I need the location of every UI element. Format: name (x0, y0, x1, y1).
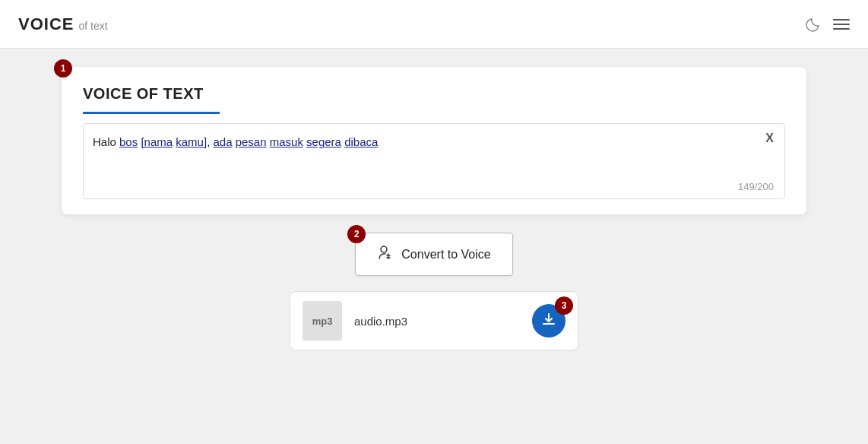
clear-button[interactable]: X (765, 132, 774, 145)
convert-btn-wrapper: 2 Convert to Voice (355, 233, 512, 276)
textarea-text: Halo bos [nama kamu], ada pesan masuk se… (93, 133, 754, 151)
word-pesan: pesan (236, 135, 267, 148)
convert-to-voice-button[interactable]: Convert to Voice (355, 233, 512, 276)
card-title: VOICE OF TEXT (83, 85, 785, 103)
word-kamu: kamu] (176, 135, 207, 148)
audio-filename: audio.mp3 (354, 315, 520, 328)
main-content: 1 VOICE OF TEXT Halo bos [nama kamu], ad… (0, 49, 868, 444)
topbar-right (806, 17, 850, 32)
mp3-format-badge: mp3 (303, 301, 342, 341)
topbar: VOICE of text (0, 0, 868, 49)
logo-oftext: of text (78, 20, 107, 32)
menu-icon[interactable] (833, 19, 850, 30)
word-nama: [nama (141, 135, 173, 148)
card-underline (83, 112, 220, 114)
word-masuk: masuk (270, 135, 303, 148)
word-bos: bos (119, 135, 138, 148)
convert-section: 2 Convert to Voice (62, 233, 806, 276)
badge-1: 1 (54, 59, 72, 78)
convert-button-label: Convert to Voice (401, 248, 490, 262)
word-dibaca: dibaca (344, 135, 378, 148)
audio-section: mp3 audio.mp3 3 (62, 291, 806, 350)
text-plain: Halo (93, 135, 119, 148)
textarea-container[interactable]: Halo bos [nama kamu], ada pesan masuk se… (83, 123, 785, 199)
word-ada: ada (213, 135, 232, 148)
logo-voice: VOICE (18, 14, 74, 34)
char-count: 149/200 (738, 181, 774, 192)
download-icon (541, 312, 556, 331)
logo: VOICE of text (18, 14, 108, 34)
download-button[interactable]: 3 (532, 304, 565, 338)
badge-3: 3 (555, 297, 573, 315)
theme-toggle-icon[interactable] (806, 17, 821, 32)
text-card: 1 VOICE OF TEXT Halo bos [nama kamu], ad… (62, 67, 806, 214)
audio-card: mp3 audio.mp3 3 (290, 291, 578, 350)
voice-icon (377, 244, 394, 265)
word-segera: segera (306, 135, 341, 148)
svg-point-0 (381, 246, 387, 252)
